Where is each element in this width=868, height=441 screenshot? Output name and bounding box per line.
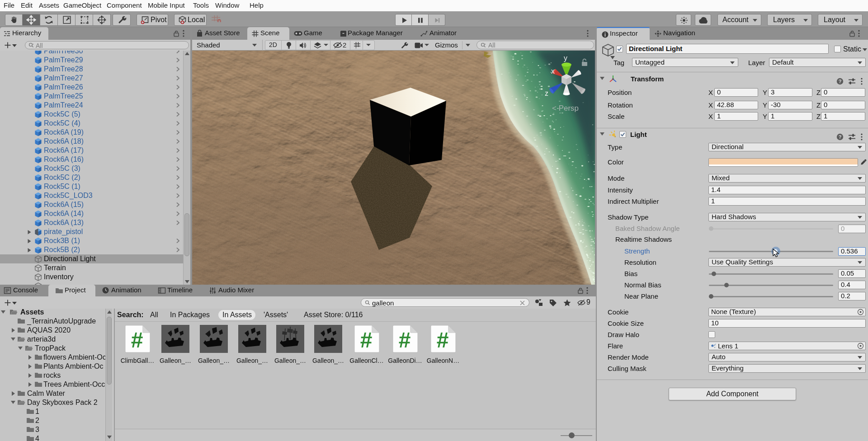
svg-text:?: ? [839,79,842,84]
svg-text:#: # [399,328,411,352]
svg-text:#: # [131,328,143,352]
svg-text:z: z [545,89,548,97]
svg-text:˂ Persp: ˂ Persp [552,104,579,113]
svg-text:?: ? [839,134,842,140]
svg-text:#: # [437,328,449,352]
svg-text:#: # [360,328,373,352]
svg-text:y: y [564,54,567,62]
svg-text:x: x [551,67,555,75]
